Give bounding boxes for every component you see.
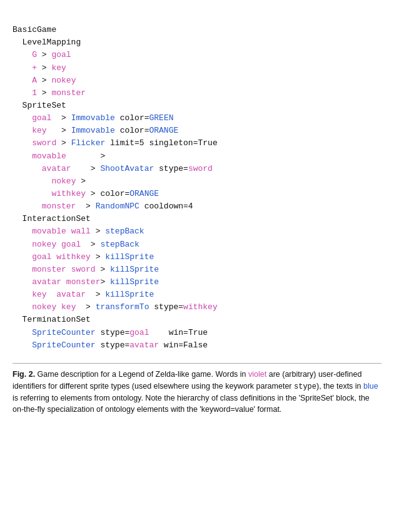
figure-caption: Fig. 2. Game description for a Legend of… xyxy=(13,363,381,416)
code-color-2: color= xyxy=(115,126,149,135)
code-nokey-1: nokey xyxy=(51,76,76,85)
code-key-1: key xyxy=(51,63,66,73)
code-sp-10: > xyxy=(81,240,100,249)
code-key-2: key xyxy=(32,126,46,135)
code-line-23 xyxy=(13,302,32,312)
code-line-5 xyxy=(13,76,32,85)
code-stype-1: stype= xyxy=(154,164,188,173)
code-sp-6: > xyxy=(76,176,86,186)
code-sp-7: > color= xyxy=(86,189,129,198)
code-gt-4: > xyxy=(37,88,51,98)
code-line-7: SpriteSet xyxy=(13,101,66,110)
code-orange-1: ORANGE xyxy=(149,126,178,135)
code-a-char: A xyxy=(32,76,37,85)
code-line-19 xyxy=(13,252,32,262)
code-limit-1: limit=5 singleton=True xyxy=(105,138,217,148)
code-monster-2: monster xyxy=(42,202,76,211)
code-line-14 xyxy=(13,189,51,198)
code-1-char: 1 xyxy=(32,88,37,98)
code-stype-2: stype= xyxy=(149,302,183,312)
code-gt-2: > xyxy=(37,63,51,73)
code-sp-9: > xyxy=(91,227,105,236)
code-immovable-1: Immovable xyxy=(71,113,115,123)
code-line-12 xyxy=(13,164,42,173)
code-spritecounter-2: SpriteCounter xyxy=(32,340,95,350)
code-sp-12: > xyxy=(96,265,110,274)
code-line-18 xyxy=(13,240,32,249)
code-sp-13: > xyxy=(100,277,110,287)
code-sp-3: > xyxy=(56,138,71,148)
code-orange-2: ORANGE xyxy=(129,189,159,198)
code-line-26 xyxy=(13,340,32,350)
code-line-25 xyxy=(13,328,32,337)
code-nokey-2: nokey xyxy=(51,176,76,186)
code-killsprite-4: killSprite xyxy=(105,290,154,299)
code-gt-1: > xyxy=(37,50,51,59)
code-flicker-1: Flicker xyxy=(71,138,106,148)
code-shootavatar-1: ShootAvatar xyxy=(100,164,154,173)
code-line-13 xyxy=(13,176,51,186)
code-withkey-2: withkey xyxy=(183,302,218,312)
code-line-2: LevelMapping xyxy=(13,38,81,47)
code-plus-char: + xyxy=(32,63,37,73)
code-goal-2: goal xyxy=(32,113,51,123)
code-stype-3: stype= xyxy=(96,328,130,337)
code-line-11 xyxy=(13,151,32,161)
code-sp-8: > xyxy=(76,202,95,211)
code-sword-2: sword xyxy=(188,164,213,173)
code-sp-1: > xyxy=(51,113,71,123)
caption-violet-word: violet xyxy=(248,370,266,379)
code-display: BasicGame LevelMapping G > goal + > key … xyxy=(13,11,381,352)
fig-label: Fig. 2. xyxy=(13,370,35,379)
code-win-2: win=False xyxy=(159,340,208,350)
code-stepback-2: stepBack xyxy=(100,240,139,249)
code-monster-sword-1: monster sword xyxy=(32,265,95,274)
code-randomnpc-1: RandomNPC xyxy=(96,202,139,211)
code-line-17 xyxy=(13,227,32,236)
code-line-22 xyxy=(13,290,32,299)
code-green-1: GREEN xyxy=(149,113,173,123)
code-line-15 xyxy=(13,202,42,211)
code-line-8 xyxy=(13,113,32,123)
code-line-6 xyxy=(13,88,32,98)
code-killsprite-1: killSprite xyxy=(105,252,154,262)
code-stype-4: stype= xyxy=(96,340,130,350)
code-line-16: InteractionSet xyxy=(13,214,91,223)
code-gt-3: > xyxy=(37,76,51,85)
code-sp-11: > xyxy=(91,252,105,262)
code-withkey-1: withkey xyxy=(51,189,86,198)
code-sp-2: > xyxy=(47,126,71,135)
code-sp-15: > xyxy=(76,302,95,312)
code-sp-5: > xyxy=(71,164,101,173)
code-transformto-1: transformTo xyxy=(96,302,149,312)
code-sp-14: > xyxy=(86,290,105,299)
code-line-10 xyxy=(13,138,32,148)
code-movable-1: movable xyxy=(32,151,66,161)
code-cooldown-1: cooldown=4 xyxy=(139,202,193,211)
code-goal-1: goal xyxy=(51,50,71,59)
code-line-4 xyxy=(13,63,32,73)
code-avatar-2: avatar xyxy=(129,340,159,350)
code-line-20 xyxy=(13,265,32,274)
code-avatar-1: avatar xyxy=(42,164,71,173)
code-line-1: BasicGame xyxy=(13,25,56,34)
code-line-24: TerminationSet xyxy=(13,315,91,324)
code-nokey-key-1: nokey key xyxy=(32,302,76,312)
caption-stype-mono: stype xyxy=(294,382,316,391)
code-immovable-2: Immovable xyxy=(71,126,115,135)
code-line-3 xyxy=(13,50,32,59)
caption-blue-word: blue xyxy=(363,382,378,391)
code-movable-2: movable wall xyxy=(32,227,91,236)
code-line-21 xyxy=(13,277,32,287)
caption-text-1: Game description for a Legend of Zelda-l… xyxy=(35,370,248,379)
code-stepback-1: stepBack xyxy=(105,227,144,236)
code-key-avatar-1: key avatar xyxy=(32,290,86,299)
code-win-1: win=True xyxy=(149,328,208,337)
code-line-9 xyxy=(13,126,32,135)
code-goal-3: goal xyxy=(129,328,149,337)
code-spritecounter-1: SpriteCounter xyxy=(32,328,95,337)
code-nokey-goal-1: nokey goal xyxy=(32,240,81,249)
code-killsprite-3: killSprite xyxy=(110,277,159,287)
code-goal-withkey-1: goal withkey xyxy=(32,252,91,262)
code-color-1: color= xyxy=(115,113,149,123)
